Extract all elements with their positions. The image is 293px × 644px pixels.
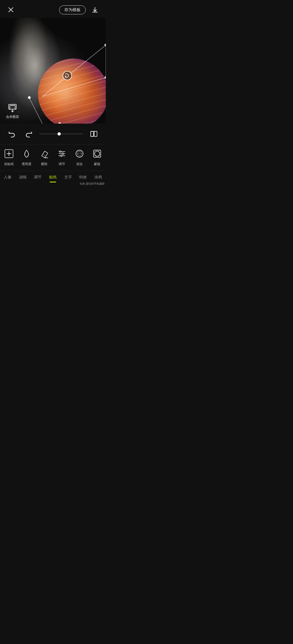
adjust-label: 调节: [59, 162, 65, 166]
nav-adjust-label: 调节: [34, 175, 42, 180]
close-button[interactable]: [6, 5, 16, 15]
edit-toolbar: [0, 124, 106, 144]
nav-sticker-label: 贴纸: [49, 175, 57, 180]
nav-adjust[interactable]: 调节: [32, 174, 44, 181]
watermark: 头条 @玩转手机摄影: [79, 182, 105, 186]
tool-bar: 加贴纸 透明度 擦除: [0, 144, 106, 171]
tool-matte[interactable]: 蒙版: [90, 148, 105, 166]
svg-rect-13: [10, 105, 15, 109]
nav-text[interactable]: 文字: [62, 174, 74, 181]
merge-layers-icon: [7, 102, 18, 113]
opacity-icon: [21, 148, 33, 160]
svg-line-20: [43, 154, 46, 156]
nav-sticker[interactable]: 贴纸: [47, 174, 59, 181]
svg-point-25: [62, 153, 63, 154]
svg-rect-14: [91, 131, 94, 137]
nav-effects-label: 特效: [79, 175, 87, 180]
bottom-nav: 人像 滤镜 调节 贴纸 文字 特效 涂鸦 头条 @玩转手机摄影: [0, 171, 106, 186]
blend-label: 混合: [76, 162, 83, 166]
tool-blend[interactable]: 混合: [72, 148, 87, 166]
add-sticker-icon: [3, 148, 15, 160]
nav-portrait[interactable]: 人像: [2, 174, 14, 181]
redo-button[interactable]: [23, 128, 35, 140]
tool-eraser[interactable]: 擦除: [37, 148, 52, 166]
top-right-actions: 存为模板: [59, 5, 100, 15]
canvas-area[interactable]: 合并图层: [0, 18, 106, 124]
nav-paint-label: 涂鸦: [94, 175, 102, 180]
nav-filter-label: 滤镜: [19, 175, 27, 180]
nav-text-label: 文字: [64, 175, 72, 180]
merge-layers-label: 合并图层: [6, 115, 19, 119]
matte-icon: [91, 148, 103, 160]
svg-point-26: [60, 155, 62, 157]
nav-active-indicator: [50, 182, 56, 182]
edit-slider[interactable]: [40, 134, 83, 134]
svg-point-24: [59, 151, 61, 153]
svg-rect-15: [94, 131, 97, 137]
merge-layers-button[interactable]: 合并图层: [6, 102, 19, 119]
svg-point-37: [94, 151, 100, 156]
compare-button[interactable]: [88, 128, 100, 140]
eraser-icon: [38, 148, 50, 160]
tool-add-sticker[interactable]: 加贴纸: [1, 148, 17, 166]
matte-label: 蒙版: [94, 162, 100, 166]
download-button[interactable]: [90, 5, 100, 15]
tool-opacity[interactable]: 透明度: [19, 148, 34, 166]
top-bar: 存为模板: [0, 0, 106, 18]
save-template-button[interactable]: 存为模板: [59, 5, 86, 14]
opacity-label: 透明度: [22, 162, 31, 166]
blend-icon: [74, 148, 85, 160]
adjust-icon: [56, 148, 68, 160]
nav-filter[interactable]: 滤镜: [17, 174, 29, 181]
tool-adjust[interactable]: 调节: [54, 148, 69, 166]
undo-button[interactable]: [6, 128, 18, 140]
nav-paint[interactable]: 涂鸦: [92, 174, 104, 181]
add-sticker-label: 加贴纸: [4, 162, 14, 166]
eraser-label: 擦除: [41, 162, 47, 166]
nav-effects[interactable]: 特效: [77, 174, 89, 181]
nav-portrait-label: 人像: [4, 175, 11, 180]
planet-layer: [38, 59, 106, 124]
